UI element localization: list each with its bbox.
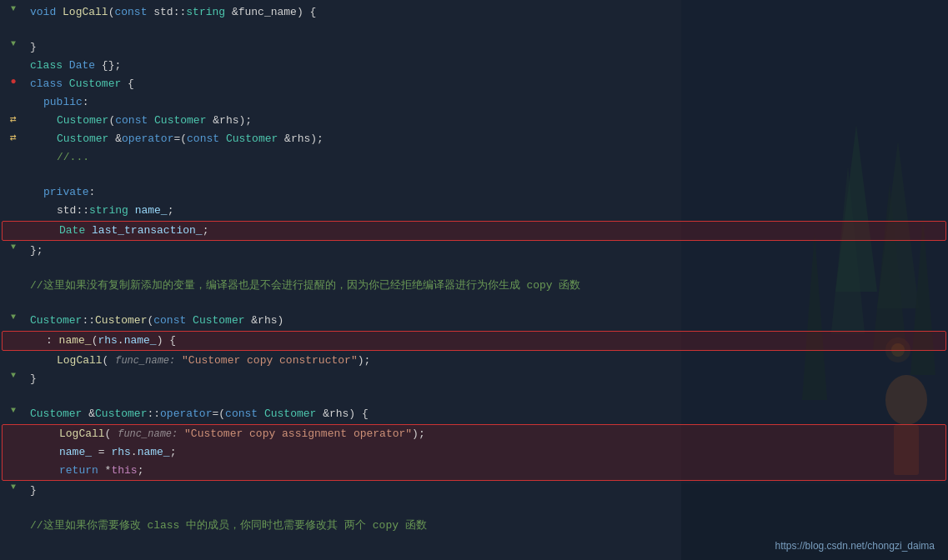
fold-icon[interactable]: ▼	[11, 242, 16, 252]
code-line: LogCall( func_name: "Customer copy const…	[0, 352, 948, 370]
line-content: Date last_transaction_;	[29, 222, 945, 239]
code-lines: ▼void LogCall(const std::string &func_na…	[0, 0, 948, 538]
line-content: }	[27, 371, 948, 388]
fold-icon[interactable]: ▼	[11, 482, 16, 492]
code-line: //这里如果你需要修改 class 中的成员，你同时也需要修改其 两个 copy…	[0, 517, 948, 535]
line-content: return *this;	[29, 462, 945, 479]
code-line: //...	[0, 148, 948, 167]
line-gutter: ▼	[0, 4, 27, 13]
code-line: ⇄Customer &operator=(const Customer &rhs…	[0, 130, 948, 148]
highlight-block: LogCall( func_name: "Customer copy assig…	[2, 424, 946, 481]
line-content: LogCall( func_name: "Customer copy const…	[27, 352, 948, 369]
line-gutter: ▼	[0, 39, 27, 48]
breakpoint-icon[interactable]: ●	[10, 76, 16, 88]
line-gutter: ▼	[0, 406, 27, 415]
line-content: }	[27, 482, 948, 499]
line-gutter: ⇄	[0, 131, 27, 144]
line-gutter: ▼	[0, 371, 27, 380]
line-content: class Customer {	[27, 76, 948, 92]
code-line	[0, 167, 948, 183]
line-content: Customer::Customer(const Customer &rhs)	[27, 312, 948, 329]
code-line: ▼}	[0, 370, 948, 388]
fold-icon[interactable]: ▼	[11, 39, 16, 48]
code-line: ▼};	[0, 242, 948, 260]
line-content: LogCall( func_name: "Customer copy assig…	[29, 426, 945, 442]
watermark: https://blog.csdn.net/chongzi_daima	[775, 540, 935, 552]
code-line: std::string name_;	[0, 202, 948, 220]
code-line	[0, 22, 948, 38]
code-line	[0, 388, 948, 405]
line-content: //这里如果你需要修改 class 中的成员，你同时也需要修改其 两个 copy…	[27, 518, 948, 534]
line-content: };	[27, 242, 948, 259]
code-line: ▼Customer::Customer(const Customer &rhs)	[0, 312, 948, 330]
line-gutter: ▼	[0, 312, 27, 322]
code-editor: ▼void LogCall(const std::string &func_na…	[0, 0, 948, 560]
code-line: ▼Customer &Customer::operator=(const Cus…	[0, 405, 948, 423]
code-line: ⇄Customer(const Customer &rhs);	[0, 112, 948, 130]
line-content: std::string name_;	[27, 202, 948, 219]
code-line	[0, 500, 948, 517]
line-content: Customer(const Customer &rhs);	[27, 112, 948, 129]
line-content: class Date {};	[27, 58, 948, 74]
fold-icon[interactable]: ▼	[11, 4, 16, 13]
code-line: LogCall( func_name: "Customer copy assig…	[3, 425, 945, 443]
code-line: ▼}	[0, 38, 948, 57]
line-gutter: ▼	[0, 242, 27, 252]
line-content: Customer &operator=(const Customer &rhs)…	[27, 131, 948, 148]
line-content: }	[27, 39, 948, 56]
line-content: private:	[27, 184, 948, 201]
code-line: ▼void LogCall(const std::string &func_na…	[0, 3, 948, 22]
code-line: : name_(rhs.name_) {	[2, 331, 946, 351]
line-content: : name_(rhs.name_) {	[29, 332, 945, 349]
code-line	[0, 260, 948, 277]
code-line: name_ = rhs.name_;	[3, 443, 945, 462]
code-line: class Date {};	[0, 57, 948, 75]
code-line: //这里如果没有复制新添加的变量，编译器也是不会进行提醒的，因为你已经拒绝编译器…	[0, 277, 948, 295]
line-content: public:	[27, 94, 948, 111]
code-line: ●class Customer {	[0, 75, 948, 93]
code-line: ▼}	[0, 482, 948, 500]
line-gutter: ●	[0, 76, 27, 88]
arrow-icon: ⇄	[10, 112, 17, 126]
line-gutter: ⇄	[0, 112, 27, 126]
code-line: Date last_transaction_;	[2, 221, 946, 241]
code-line: return *this;	[3, 462, 945, 480]
fold-icon[interactable]: ▼	[11, 312, 16, 322]
line-content: Customer &Customer::operator=(const Cust…	[27, 406, 948, 422]
line-content: void LogCall(const std::string &func_nam…	[27, 4, 948, 21]
code-line	[0, 295, 948, 312]
fold-icon[interactable]: ▼	[11, 371, 16, 380]
code-line: private:	[0, 183, 948, 202]
code-line: public:	[0, 93, 948, 112]
fold-icon[interactable]: ▼	[11, 406, 16, 415]
line-content: //...	[27, 149, 948, 166]
line-content: //这里如果没有复制新添加的变量，编译器也是不会进行提醒的，因为你已经拒绝编译器…	[27, 278, 948, 294]
line-gutter: ▼	[0, 482, 27, 492]
arrow-icon: ⇄	[10, 131, 17, 144]
line-content: name_ = rhs.name_;	[29, 444, 945, 461]
